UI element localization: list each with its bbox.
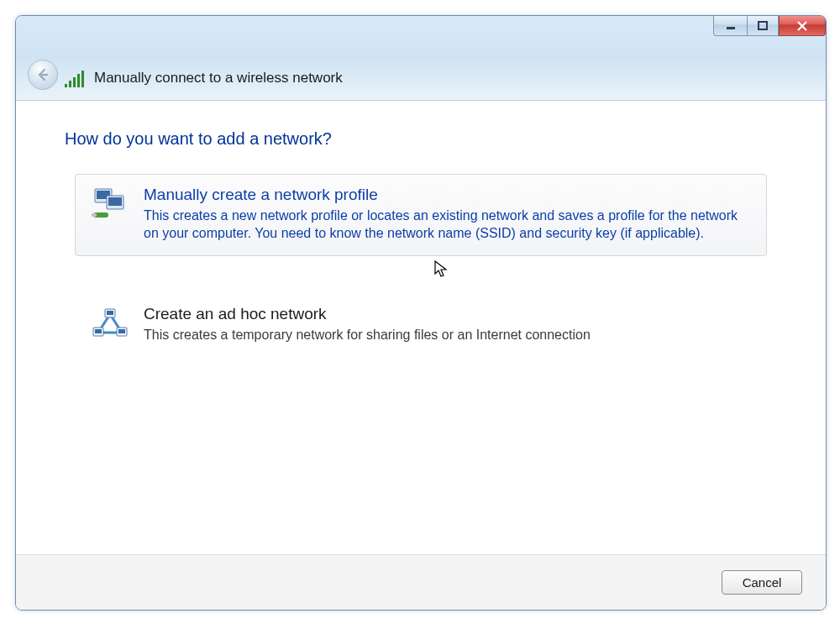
option-description: This creates a new network profile or lo… xyxy=(144,207,750,243)
page-heading: How do you want to add a network? xyxy=(65,129,777,149)
maximize-icon xyxy=(758,21,768,31)
window-header: Manually connect to a wireless network xyxy=(16,16,826,101)
option-adhoc-network[interactable]: Create an ad hoc network This creates a … xyxy=(75,293,767,357)
option-description: This creates a temporary network for sha… xyxy=(144,326,750,344)
minimize-icon xyxy=(726,21,736,31)
svg-rect-0 xyxy=(727,27,735,29)
svg-rect-15 xyxy=(107,311,113,315)
option-manual-profile[interactable]: Manually create a network profile This c… xyxy=(75,174,767,256)
svg-rect-8 xyxy=(108,197,122,206)
adhoc-network-icon xyxy=(92,305,129,342)
option-title: Manually create a network profile xyxy=(144,186,750,205)
mouse-cursor-icon xyxy=(433,260,449,278)
wizard-footer: Cancel xyxy=(16,554,826,610)
wizard-window: Manually connect to a wireless network H… xyxy=(15,15,827,611)
back-button[interactable] xyxy=(28,60,58,90)
svg-rect-1 xyxy=(759,22,767,29)
cancel-button[interactable]: Cancel xyxy=(722,570,802,595)
wizard-title: Manually connect to a wireless network xyxy=(94,70,343,87)
back-arrow-icon xyxy=(35,67,50,82)
svg-rect-10 xyxy=(92,213,97,217)
wifi-signal-icon xyxy=(65,71,84,87)
close-button[interactable] xyxy=(779,16,826,36)
wizard-content: How do you want to add a network? Manual… xyxy=(16,101,826,555)
option-title: Create an ad hoc network xyxy=(144,305,750,324)
svg-rect-17 xyxy=(95,329,102,333)
minimize-button[interactable] xyxy=(713,16,747,36)
maximize-button[interactable] xyxy=(747,16,779,36)
network-profile-icon xyxy=(92,186,129,223)
close-icon xyxy=(796,20,808,32)
svg-rect-19 xyxy=(118,329,125,333)
titlebar-controls xyxy=(713,16,826,36)
